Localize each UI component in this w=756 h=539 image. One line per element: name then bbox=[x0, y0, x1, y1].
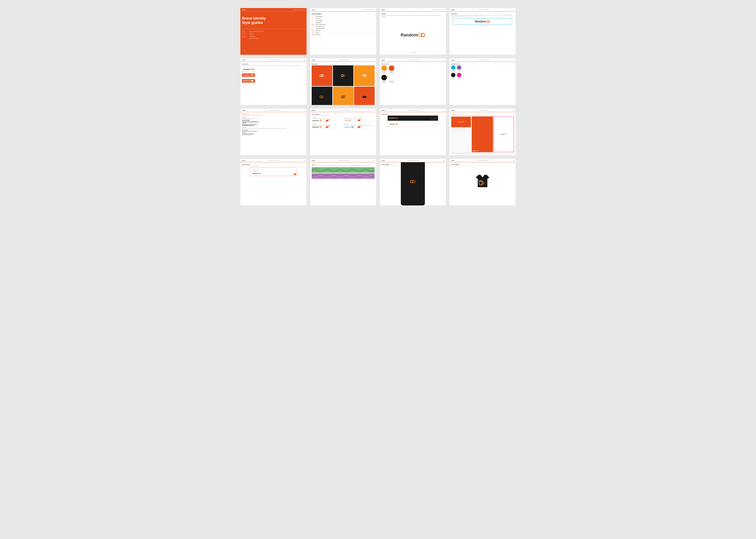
pc-orange-item: CMYK 0 59 77 0RGBHEX #F7941D bbox=[381, 65, 387, 74]
pc-red-item: CMYK 0 81 88 0RGBHEX #E84E1B bbox=[389, 65, 394, 74]
card-background: random Logo & Brand Identity Guidelines … bbox=[310, 58, 377, 105]
ty-light-upper: ABCDEFGHIJKLMNOPQRSTU-VWXYZ bbox=[242, 130, 305, 133]
bg-grid bbox=[311, 65, 375, 105]
pa-guideline: Logo & Brand Identity Guidelines bbox=[408, 160, 419, 161]
toc-guideline: Logo & Brand Identity Guidelines bbox=[363, 9, 375, 10]
pc-main-swatches: CMYK 0 59 77 0RGBHEX #F7941D CMYK 0 81 8… bbox=[381, 65, 445, 74]
pa-brand: random bbox=[381, 160, 385, 161]
st-phone-body bbox=[451, 127, 471, 152]
card-logo-variation: random Logo & Brand Identity Guidelines … bbox=[240, 58, 307, 105]
lv-reverse-box: Random bbox=[242, 79, 255, 83]
pt-brand: random bbox=[311, 160, 315, 161]
toc-item-8: 8 Logo Best Practices bbox=[311, 28, 375, 30]
du-grid: Do Not: Logotype Do not resize or change… bbox=[311, 116, 375, 129]
pa-phone bbox=[401, 162, 425, 205]
toc-body: Logo Specifics 1 Logo Specifics 2 clear … bbox=[310, 12, 376, 55]
logo-value: Logo training channel bbox=[249, 38, 259, 39]
cs-wordmark: Random bbox=[475, 20, 486, 23]
brand-name-header: random bbox=[242, 9, 245, 10]
bg-swatch-3 bbox=[354, 65, 375, 86]
toc-item-9: 9-11 stationery bbox=[311, 30, 375, 32]
bg-brand: random bbox=[311, 59, 315, 61]
du-body: Do Not Logotype Do not resize or change … bbox=[310, 112, 376, 155]
pc-white-vals: CMYK 0 0 0 0RGB 255 255 255HEX #ffffff bbox=[389, 81, 394, 83]
ty-family-label: The Typeface Family bbox=[242, 114, 305, 115]
du-label-2: Do Not: Fonts bbox=[344, 117, 374, 118]
st-orange-panel: Random bbox=[472, 116, 493, 152]
bc-brand: random bbox=[381, 110, 385, 111]
ty-whentouse1: When to Use bbox=[242, 117, 305, 118]
sc-body: secondary colors Cyan#00b4d8 Purple#7b5e… bbox=[449, 62, 515, 105]
sc-pink-item: Magenta#e91e8c bbox=[457, 73, 461, 79]
cs-icon bbox=[486, 20, 490, 23]
bg-body: background bbox=[310, 62, 376, 105]
toc-item-3: 3 Logo variation bbox=[311, 20, 375, 22]
ed-address: Random Inc.123 Street NameCity, State 12… bbox=[252, 169, 295, 172]
lv-item-reverse: Random one color - Reverse bbox=[242, 79, 305, 84]
svg-text:Random: Random bbox=[478, 180, 483, 181]
ta-tshirt-svg: Random bbox=[476, 174, 489, 188]
du-desc-2: Do not use other fonts. Use the correct … bbox=[344, 118, 374, 119]
page-grid: random Logo & Brand Identity Guidelines … bbox=[240, 8, 516, 205]
ed-guideline: Logo & Brand Identity Guidelines bbox=[269, 160, 280, 161]
bg-swatch-4 bbox=[311, 87, 332, 105]
card-business-card: random Logo & Brand Identity Guidelines … bbox=[379, 108, 446, 155]
lv-outline-box: Random bbox=[242, 68, 255, 71]
du-label-3: Do Not: Skew bbox=[312, 124, 342, 125]
lv-guideline: Logo & Brand Identity Guidelines bbox=[269, 59, 280, 60]
svg-marker-44 bbox=[476, 175, 489, 187]
card-3-header: random Logo & Brand Identity Guidelines bbox=[380, 8, 446, 12]
card-stationery: random Logo & Brand Identity Guidelines … bbox=[449, 108, 516, 155]
pc-red-vals: CMYK 0 81 88 0RGBHEX #E84E1B bbox=[389, 71, 394, 74]
ty-brand: random bbox=[242, 110, 245, 111]
du-item-1: Do Not: Logotype Do not resize or change… bbox=[311, 116, 343, 122]
pc-orange-circle bbox=[381, 65, 387, 71]
logotype-icon bbox=[418, 33, 425, 38]
pt-guideline: Logo & Brand Identity Guidelines bbox=[338, 160, 350, 161]
lv-one-color-label: one color bbox=[242, 77, 305, 78]
design-value: Logo & Brand Identity Guidelines bbox=[249, 31, 264, 32]
card-9-header: random Logo & Brand Identity Guidelines … bbox=[241, 109, 307, 112]
du-label-4: Do Not: Colour bbox=[344, 124, 374, 125]
card-primary-colors: random Logo & Brand Identity Guidelines … bbox=[379, 58, 446, 105]
cs-body: Clear space Clear space prevents type, i… bbox=[449, 12, 515, 55]
du-desc-4: Do not change the colours of the logo ou… bbox=[344, 125, 374, 126]
pt-title: Pattern bbox=[311, 164, 375, 165]
toc-item-1: 1 Logo Specifics bbox=[311, 16, 375, 18]
cover-meta: Design Logo & Brand Identity Guidelines … bbox=[242, 31, 305, 39]
logo-label bbox=[242, 38, 248, 39]
du-guideline: Logo & Brand Identity Guidelines bbox=[339, 110, 350, 111]
cover-body: Brand identityStyle guides Design Logo &… bbox=[241, 12, 307, 55]
ed-logo: Random bbox=[252, 173, 295, 174]
ty-alphabet-upper: ABCDEFGHIJKLMNOPQRSTU-VWXYZ bbox=[242, 121, 305, 124]
cs-guideline: Logo & Brand Identity Guidelines bbox=[478, 9, 489, 10]
card-toc: random Logo & Brand Identity Guidelines … bbox=[310, 8, 377, 55]
ta-tshirt-area: Random bbox=[451, 167, 514, 195]
ed-body: Do Not Logotype Do not resize or change … bbox=[241, 162, 307, 205]
date-label: Date bbox=[242, 34, 248, 36]
bc-title: business card bbox=[381, 114, 445, 115]
card-secondary-colors: random Logo & Brand Identity Guidelines … bbox=[449, 58, 516, 105]
toc-title: Logo Specifics bbox=[311, 13, 375, 15]
pc-black-vals: CMYK 0 0 0 100RGB 0 0 0HEX #1a1a1a bbox=[381, 81, 387, 83]
logotype-description: we have the face of a brand/version. We … bbox=[381, 15, 445, 17]
card-4-header: random Logo & Brand Identity Guidelines … bbox=[449, 8, 515, 12]
lv-title: Logo variation bbox=[242, 63, 305, 65]
toc-item-4: 4 background bbox=[311, 22, 375, 24]
sc-top-row: Cyan#00b4d8 Purple#7b5ea7 bbox=[451, 65, 514, 72]
logotype-section-label: logotype bbox=[381, 13, 445, 14]
st-brand: random bbox=[451, 110, 454, 111]
pa-screen bbox=[401, 162, 424, 204]
du-logo-3: Random bbox=[312, 126, 342, 128]
bg-swatch-2 bbox=[333, 65, 354, 86]
company-value: Random bbox=[249, 32, 253, 34]
card-12-header: random Logo & Brand Identity Guidelines … bbox=[449, 109, 515, 112]
lv-item-orange: Random one color bbox=[242, 73, 305, 78]
toc-brand: random bbox=[311, 9, 315, 10]
cs-description: Clear space prevents type, imagery or ot… bbox=[451, 15, 514, 17]
card-2-header: random Logo & Brand Identity Guidelines bbox=[310, 8, 376, 12]
ed-envelope-preview: Random Inc.123 Street NameCity, State 12… bbox=[242, 167, 305, 176]
lv-reverse-label: one color - Reverse bbox=[242, 83, 305, 84]
cs-logo-box: Random bbox=[453, 18, 512, 25]
cover-title: Brand identityStyle guides bbox=[242, 16, 305, 25]
